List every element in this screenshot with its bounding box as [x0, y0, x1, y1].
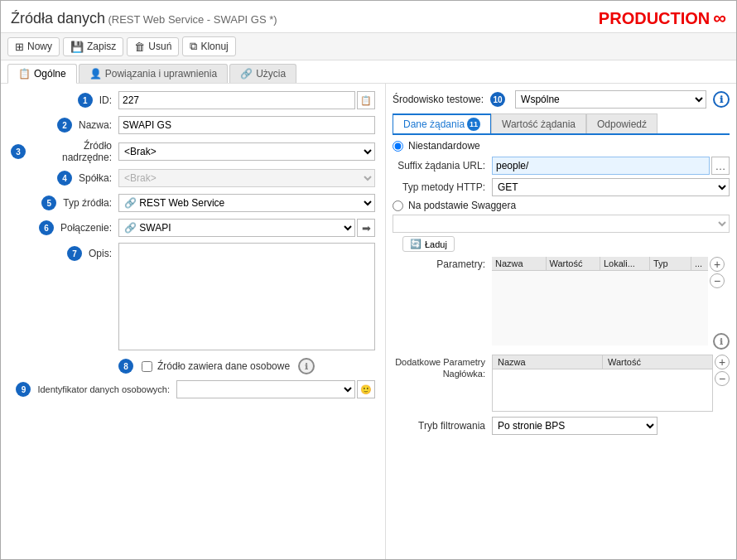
connection-row: 6 Połączenie: 🔗 SWAPI ➡ — [11, 218, 375, 238]
infinity-icon: ∞ — [713, 7, 726, 29]
title-sub: (REST Web Service - SWAPI GS *) — [108, 13, 277, 26]
header-add-button[interactable]: + — [715, 355, 730, 369]
badge-7: 7 — [67, 246, 82, 261]
main-window: Źródła danych (REST Web Service - SWAPI … — [0, 0, 737, 560]
header-params-right: Nazwa Wartość + − — [492, 355, 730, 412]
tab-request-value-label: Wartość żądania — [502, 118, 576, 130]
params-with-actions: Nazwa Wartość Lokali... Typ — [492, 257, 730, 350]
company-label-container: 4 Spółka: — [11, 171, 118, 186]
params-col-name: Nazwa — [492, 257, 547, 270]
header-col-name: Nazwa — [493, 355, 603, 369]
http-method-select[interactable]: GET POST PUT DELETE — [492, 178, 730, 196]
parent-label-container: 3 Źródło nadrzędne: — [11, 140, 118, 163]
params-info-button[interactable]: ℹ — [713, 333, 730, 350]
params-col-type: Typ — [650, 257, 691, 270]
swagger-row — [393, 215, 730, 233]
parent-value-container: <Brak> — [118, 142, 375, 161]
col-type-text: Typ — [653, 258, 668, 268]
personal-id-label: Identyfikator danych osobowych: — [37, 384, 170, 394]
badge-2: 2 — [57, 118, 72, 133]
id-label-container: 1 ID: — [11, 93, 118, 108]
load-icon: 🔄 — [410, 239, 421, 249]
save-button[interactable]: 💾 Zapisz — [63, 37, 123, 56]
tab-request-data[interactable]: Dane żądania 11 — [393, 113, 491, 133]
filter-row: Tryb filtrowania Po stronie BPS Po stron… — [393, 417, 730, 435]
tab-connections[interactable]: 👤 Powiązania i uprawnienia — [79, 64, 228, 83]
tab-usage-icon: 🔗 — [240, 68, 253, 80]
suffix-more-button[interactable]: … — [711, 157, 730, 175]
personal-id-select[interactable] — [176, 380, 355, 398]
header-table-body — [493, 369, 712, 411]
personal-id-row: 9 Identyfikator danych osobowych: 🙂 — [11, 379, 375, 399]
connection-navigate-button[interactable]: ➡ — [357, 219, 375, 237]
delete-label: Usuń — [148, 41, 171, 52]
delete-button[interactable]: 🗑 Usuń — [127, 37, 179, 56]
http-method-label: Typ metody HTTP: — [393, 181, 492, 193]
id-input[interactable] — [118, 91, 355, 109]
suffix-row: Suffix żądania URL: … — [393, 157, 730, 175]
badge-11: 11 — [467, 118, 480, 131]
id-copy-button[interactable]: 📋 — [357, 91, 375, 109]
tab-request-value[interactable]: Wartość żądania — [491, 113, 586, 133]
radio-swagger-row: Na podstawie Swaggera — [393, 200, 730, 211]
company-select[interactable]: <Brak> — [118, 169, 375, 187]
swagger-select[interactable] — [393, 215, 730, 233]
tab-general-label: Ogólne — [34, 68, 66, 80]
personal-id-value: 🙂 — [176, 380, 375, 398]
name-input[interactable] — [118, 116, 375, 134]
header-col-value-text: Wartość — [608, 357, 641, 367]
parent-select[interactable]: <Brak> — [118, 142, 375, 161]
radio-custom[interactable] — [393, 141, 403, 152]
tab-response[interactable]: Odpowiedź — [586, 113, 658, 133]
radio-swagger[interactable] — [393, 200, 403, 211]
parent-row: 3 Źródło nadrzędne: <Brak> — [11, 140, 375, 163]
company-row: 4 Spółka: <Brak> — [11, 168, 375, 188]
params-table-container: Nazwa Wartość Lokali... Typ — [492, 257, 708, 345]
personal-data-label: Źródło zawiera dane osobowe — [157, 360, 290, 372]
load-button[interactable]: 🔄 Ładuj — [402, 236, 455, 252]
save-label: Zapisz — [87, 41, 116, 52]
params-columns-header: Nazwa Wartość Lokali... Typ — [492, 257, 708, 271]
name-row: 2 Nazwa: — [11, 115, 375, 135]
header-col-name-text: Nazwa — [498, 357, 526, 367]
params-remove-button[interactable]: − — [710, 273, 725, 288]
params-add-button[interactable]: + — [710, 257, 725, 272]
filter-select[interactable]: Po stronie BPS Po stronie serwera — [492, 417, 658, 435]
load-label: Ładuj — [425, 239, 447, 249]
col-value-text: Wartość — [550, 258, 583, 268]
header-params-section: Dodatkowe Parametry Nagłówka: Nazwa Wart… — [393, 355, 730, 412]
new-button[interactable]: ⊞ Nowy — [7, 37, 60, 56]
connection-label: Połączenie: — [60, 222, 112, 234]
type-label-container: 5 Typ źródła: — [11, 196, 118, 210]
production-logo: PRODUCTION ∞ — [599, 7, 726, 29]
description-label: Opis: — [89, 248, 112, 259]
type-select[interactable]: 🔗 REST Web Service — [118, 194, 375, 212]
env-info-button[interactable]: ℹ — [713, 91, 730, 108]
suffix-label: Suffix żądania URL: — [393, 160, 492, 171]
params-right: Nazwa Wartość Lokali... Typ — [492, 257, 730, 350]
badge-10: 10 — [490, 92, 505, 107]
delete-icon: 🗑 — [134, 41, 145, 53]
type-value-container: 🔗 REST Web Service — [118, 194, 375, 212]
env-select[interactable]: Wspólne Produkcyjne Testowe — [515, 90, 706, 109]
description-value-container — [118, 243, 375, 353]
new-icon: ⊞ — [15, 41, 24, 53]
personal-id-emoji-button[interactable]: 🙂 — [357, 380, 375, 398]
personal-data-checkbox[interactable] — [142, 361, 152, 372]
header-params-label: Dodatkowe Parametry Nagłówka: — [393, 355, 492, 380]
radio-custom-row: Niestandardowe — [393, 140, 730, 152]
personal-data-info-button[interactable]: ℹ — [298, 358, 315, 374]
clone-icon: ⧉ — [190, 40, 197, 53]
tab-usage[interactable]: 🔗 Użycia — [229, 64, 296, 83]
header-remove-button[interactable]: − — [715, 371, 730, 386]
clone-button[interactable]: ⧉ Klonuj — [182, 36, 235, 56]
badge-8: 8 — [118, 359, 133, 374]
name-label: Nazwa: — [79, 119, 112, 131]
params-col-local: Lokali... — [600, 257, 650, 270]
tab-general[interactable]: 📋 Ogólne — [7, 64, 77, 84]
suffix-input[interactable] — [492, 157, 710, 175]
description-textarea[interactable] — [118, 243, 375, 350]
tab-usage-label: Użycia — [256, 68, 286, 80]
connection-select[interactable]: 🔗 SWAPI — [118, 219, 355, 237]
connection-value-container: 🔗 SWAPI ➡ — [118, 219, 375, 237]
